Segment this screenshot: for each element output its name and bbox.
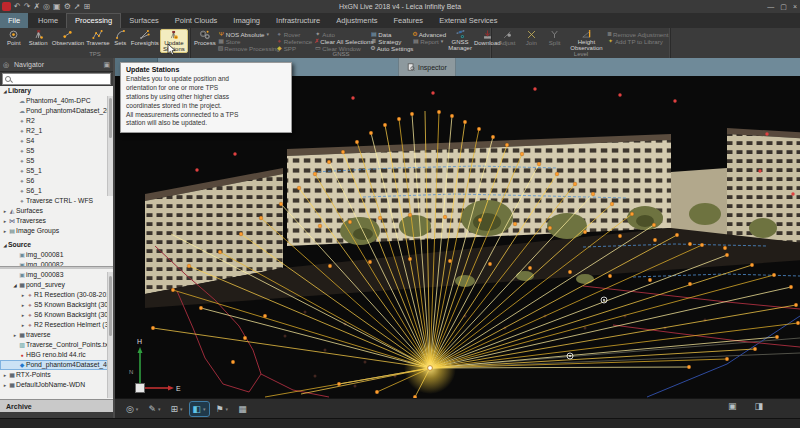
ribbon-small-button[interactable]: Data bbox=[369, 31, 411, 38]
height-observation-icon bbox=[581, 29, 592, 39]
pin-icon[interactable]: ▣ bbox=[103, 58, 110, 71]
library-section-header[interactable]: Library bbox=[0, 86, 113, 96]
tree-item[interactable]: S6 bbox=[0, 176, 113, 186]
ribbon-tab[interactable]: Imaging bbox=[225, 13, 268, 28]
ribbon-tab[interactable]: Processing bbox=[66, 13, 121, 28]
viewport-toolbar-right: ▣◨ bbox=[725, 399, 766, 413]
ribbon-tab[interactable]: Infrastructure bbox=[268, 13, 328, 28]
view-cube-button[interactable]: ◧▾ bbox=[190, 402, 209, 416]
tree-item[interactable]: Traverse_Control_Points.txt bbox=[0, 340, 113, 350]
grid-button[interactable]: ▦▾ bbox=[235, 402, 250, 416]
tree-item[interactable]: R2_1 bbox=[0, 126, 113, 136]
chevron-down-icon: ▾ bbox=[158, 406, 161, 412]
tab-inspector[interactable]: Inspector bbox=[398, 58, 456, 76]
select-mode-button[interactable]: ◎▾ bbox=[123, 402, 141, 416]
tree-item[interactable]: img_000083 bbox=[0, 270, 113, 280]
group-label-tps: TPS bbox=[0, 51, 190, 58]
ribbon-small-button[interactable]: NOS Absolute bbox=[217, 31, 275, 38]
sets-button[interactable]: Sets bbox=[111, 29, 130, 51]
display-settings-button[interactable]: ⊞▾ bbox=[167, 402, 185, 416]
library-sections: SurfacesTraversesImage Groups bbox=[0, 206, 113, 236]
tree-item[interactable]: traverse bbox=[0, 330, 113, 340]
foresights-icon bbox=[139, 29, 150, 40]
tree-item[interactable]: Pond_phantom4Dataset_20 bbox=[0, 106, 113, 116]
observation-icon bbox=[62, 29, 73, 40]
ribbon-tab[interactable]: Home bbox=[30, 13, 66, 28]
tree-item[interactable]: R2 bbox=[0, 116, 113, 126]
application-window: { "window": { "title": "HxGN Live 2018 v… bbox=[0, 0, 800, 428]
tree-item[interactable]: S6_1 bbox=[0, 186, 113, 196]
tree-item[interactable]: Pond_phantom4Dataset_40m_GCPs bbox=[0, 360, 113, 370]
tree-item[interactable]: S5 Known Backsight (30-08-201 bbox=[0, 300, 113, 310]
tree-item[interactable]: RTX-Points bbox=[0, 370, 113, 380]
tree-section[interactable]: Surfaces bbox=[0, 206, 113, 216]
tree-item[interactable]: DefaultJobName-WDN bbox=[0, 380, 113, 390]
gnss-col-processing: NOS AbsoluteStoreRemove Processing bbox=[217, 29, 275, 52]
ribbon-small-button[interactable]: Reference bbox=[275, 38, 314, 45]
close-button[interactable]: × bbox=[793, 0, 797, 13]
update-stations-icon bbox=[168, 30, 179, 40]
tree-item[interactable]: S5_1 bbox=[0, 166, 113, 176]
navigator-search-input[interactable] bbox=[2, 73, 111, 85]
tree-item[interactable]: R1 Resection (30-08-2018 09:51 bbox=[0, 290, 113, 300]
gnss-manager-button[interactable]: GNSS Manager bbox=[447, 29, 473, 51]
tree-splitter[interactable] bbox=[0, 266, 113, 269]
minimize-button[interactable]: — bbox=[767, 0, 774, 13]
tree-section[interactable]: Image Groups bbox=[0, 226, 113, 236]
tree-item[interactable]: pond_survey bbox=[0, 280, 113, 290]
adjust-button[interactable]: Adjust bbox=[494, 29, 520, 51]
tree-item[interactable]: S5 bbox=[0, 146, 113, 156]
ribbon-small-button[interactable]: Remove Adjustment bbox=[606, 31, 668, 38]
observation-button[interactable]: Observation bbox=[51, 29, 85, 51]
process-button[interactable]: Process bbox=[193, 29, 217, 51]
archive-section-header[interactable]: Archive bbox=[0, 399, 113, 412]
ribbon-tab[interactable]: File bbox=[0, 13, 28, 28]
ribbon-small-button[interactable]: Report bbox=[411, 38, 447, 45]
ribbon-small-button[interactable]: Advanced bbox=[411, 31, 447, 38]
tree-item[interactable]: S5 bbox=[0, 156, 113, 166]
sets-icon bbox=[115, 29, 126, 40]
tree-item[interactable]: Traverse CTRL - WFS bbox=[0, 196, 113, 206]
ribbon-small-button[interactable]: Clear All Selections bbox=[313, 38, 369, 45]
tree-item[interactable]: HBG reno.bld 44.rlc bbox=[0, 350, 113, 360]
ribbon-small-button[interactable]: Store bbox=[217, 38, 275, 45]
tree-item[interactable]: img_000081 bbox=[0, 250, 113, 260]
ribbon-tab[interactable]: Point Clouds bbox=[167, 13, 226, 28]
split-button[interactable]: Split bbox=[543, 29, 567, 51]
station-marker[interactable] bbox=[428, 366, 433, 371]
minimap-button[interactable]: ▣ bbox=[725, 399, 740, 413]
tree-item[interactable]: R2 Resection Helmert (30-08-20 bbox=[0, 320, 113, 330]
group-label-gnss: GNSS bbox=[191, 51, 491, 58]
ribbon-tab[interactable]: Features bbox=[386, 13, 432, 28]
ribbon-small-button[interactable]: Strategy bbox=[369, 38, 411, 45]
search-icon bbox=[5, 76, 11, 82]
ribbon-tab[interactable]: Surfaces bbox=[121, 13, 167, 28]
tree-item[interactable]: S6 Known Backsight (30-08-201 bbox=[0, 310, 113, 320]
gnss-col-selection: AutoClear All SelectionsClear Window bbox=[313, 29, 369, 52]
flag-button[interactable]: ⚑▾ bbox=[213, 402, 232, 416]
traverse-button[interactable]: Traverse bbox=[85, 29, 110, 51]
ribbon-small-button[interactable]: Add TP to Library bbox=[606, 38, 668, 45]
point-button[interactable]: Point bbox=[2, 29, 26, 51]
ribbon-small-button[interactable]: Auto bbox=[313, 31, 369, 38]
ribbon-group-level: Adjust Join Split Height Observation Rem… bbox=[492, 28, 671, 58]
point-icon bbox=[8, 29, 19, 40]
join-button[interactable]: Join bbox=[520, 29, 542, 51]
level-col-small: Remove AdjustmentAdd TP to Library bbox=[606, 29, 668, 45]
ribbon-tab[interactable]: External Services bbox=[431, 13, 505, 28]
foresights-button[interactable]: Foresights bbox=[130, 29, 160, 51]
ribbon-group-gnss: Process NOS AbsoluteStoreRemove Processi… bbox=[191, 28, 492, 58]
ribbon-small-button[interactable]: Rover bbox=[275, 31, 314, 38]
source-section-header[interactable]: Source bbox=[0, 240, 113, 250]
height-observation-button[interactable]: Height Observation bbox=[567, 29, 606, 51]
ribbon-tab[interactable]: Adjustments bbox=[328, 13, 385, 28]
measure-button[interactable]: ✎▾ bbox=[145, 402, 163, 416]
process-icon bbox=[199, 29, 210, 40]
ribbon: Point Station Observation Traverse Sets … bbox=[0, 28, 800, 60]
tree-item[interactable]: S4 bbox=[0, 136, 113, 146]
tree-item[interactable]: Phantom4_40m-DPC bbox=[0, 96, 113, 106]
station-button[interactable]: Station bbox=[26, 29, 51, 51]
tree-section[interactable]: Traverses bbox=[0, 216, 113, 226]
background-color-button[interactable]: ◨ bbox=[751, 399, 766, 413]
restore-button[interactable]: ▢ bbox=[780, 0, 787, 13]
